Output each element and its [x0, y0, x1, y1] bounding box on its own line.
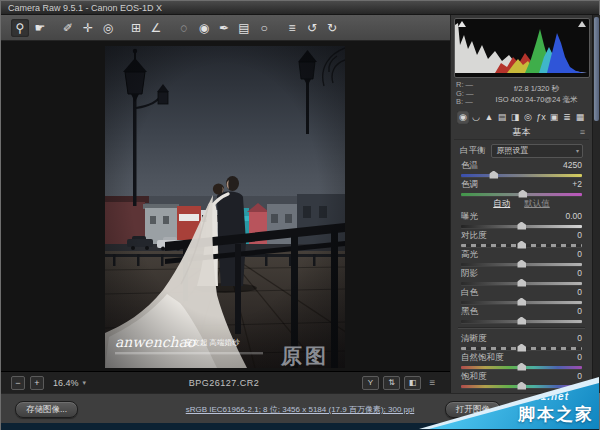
- tab-effects[interactable]: ƒx: [535, 111, 547, 124]
- preview-controls: Y ⇅ ◧ ≡: [362, 376, 440, 390]
- auto-link[interactable]: 自动: [493, 198, 510, 210]
- image-preview-area[interactable]: anwenchao 安文超 高端婚纱 原图: [1, 41, 450, 371]
- slider-label: 色调: [461, 179, 478, 189]
- slider-clarity: 清晰度 0: [454, 333, 589, 352]
- preferences-button[interactable]: ≡: [283, 19, 301, 37]
- tab-split-toning[interactable]: ◨: [509, 111, 521, 124]
- slider-thumb[interactable]: [517, 298, 526, 306]
- slider-label: 阴影: [461, 268, 478, 278]
- slider-temperature: 色温 4250: [454, 160, 589, 179]
- before-after-horizontal-button[interactable]: ◧: [404, 376, 421, 390]
- slider-label: 曝光: [461, 211, 478, 221]
- tab-tone-curve[interactable]: ◡: [470, 111, 482, 124]
- slider-vibrance: 自然饱和度 0: [454, 352, 589, 371]
- zoom-tool[interactable]: ⚲: [11, 19, 29, 37]
- whites-slider[interactable]: [461, 301, 582, 304]
- chevron-down-icon: ▾: [83, 379, 87, 387]
- histogram[interactable]: [454, 18, 590, 78]
- vibrance-slider[interactable]: [461, 366, 582, 369]
- slider-thumb[interactable]: [517, 222, 526, 230]
- exposure-info: f/2.8 1/320 秒: [486, 83, 587, 94]
- white-balance-select[interactable]: 原照设置 ▾: [491, 144, 584, 158]
- contrast-slider[interactable]: [461, 244, 582, 247]
- slider-thumb[interactable]: [517, 260, 526, 268]
- spot-removal-tool[interactable]: ◌: [175, 19, 193, 37]
- shadow-clipping-icon[interactable]: [458, 21, 466, 27]
- saturation-slider[interactable]: [461, 385, 582, 388]
- tab-snapshots[interactable]: ▦: [574, 111, 586, 124]
- radial-filter-tool[interactable]: ○: [255, 19, 273, 37]
- targeted-adjustment-tool[interactable]: ◎: [99, 19, 117, 37]
- rotate-left-button[interactable]: ↺: [303, 19, 321, 37]
- highlight-clipping-icon[interactable]: [578, 21, 586, 27]
- slider-thumb[interactable]: [517, 344, 526, 352]
- slider-thumb[interactable]: [517, 317, 526, 325]
- original-image-label: 原图: [280, 344, 329, 367]
- blacks-slider[interactable]: [461, 320, 582, 323]
- temperature-slider[interactable]: [461, 174, 582, 177]
- site-name: 脚本之家: [518, 403, 594, 426]
- hand-tool[interactable]: ☛: [31, 19, 49, 37]
- zoom-in-button[interactable]: +: [30, 376, 44, 390]
- zoom-level-select[interactable]: 16.4% ▾: [53, 378, 86, 388]
- red-eye-tool[interactable]: ◉: [195, 19, 213, 37]
- slider-label: 高光: [461, 249, 478, 259]
- tint-slider[interactable]: [461, 193, 582, 196]
- save-image-button[interactable]: 存储图像...: [15, 401, 78, 418]
- panel-scrollbar[interactable]: [592, 15, 600, 393]
- panel-tabs: ◉ ◡ ▲ ▤ ◨ ◎ ƒx ▣ ≣ ▦: [454, 111, 589, 124]
- crop-tool[interactable]: ⊞: [127, 19, 145, 37]
- auto-default-links: 自动 默认值: [454, 198, 589, 211]
- iso-lens-info: ISO 400 24-70@24 毫米: [486, 94, 587, 105]
- preview-toggle-button[interactable]: Y: [362, 376, 379, 390]
- scrollbar-thumb[interactable]: [594, 17, 599, 121]
- shadows-slider[interactable]: [461, 282, 582, 285]
- zoom-level-value: 16.4%: [53, 378, 79, 388]
- default-link[interactable]: 默认值: [524, 198, 550, 210]
- slider-value: 0: [577, 249, 582, 259]
- slider-thumb[interactable]: [517, 241, 526, 249]
- slider-thumb[interactable]: [517, 279, 526, 287]
- panel-menu-icon[interactable]: ≡: [580, 126, 585, 139]
- straighten-tool[interactable]: ∠: [147, 19, 165, 37]
- zoom-out-button[interactable]: −: [11, 376, 25, 390]
- exposure-slider[interactable]: [461, 225, 582, 228]
- filename-label: BPG26127.CR2: [91, 378, 357, 388]
- adjustment-brush-tool[interactable]: ✒: [215, 19, 233, 37]
- tab-basic[interactable]: ◉: [457, 111, 469, 124]
- slider-thumb[interactable]: [489, 171, 498, 179]
- slider-thumb[interactable]: [517, 382, 526, 390]
- white-balance-tool[interactable]: ✐: [59, 19, 77, 37]
- clarity-slider[interactable]: [461, 347, 582, 350]
- tab-detail[interactable]: ▲: [483, 111, 495, 124]
- toolbar: ⚲ ☛ ✐ ✛ ◎ ⊞ ∠ ◌ ◉ ✒ ▤ ○ ≡ ↺ ↻: [1, 15, 450, 41]
- before-after-vertical-button[interactable]: ⇅: [383, 376, 400, 390]
- section-header: 基本 ≡: [454, 126, 589, 140]
- slider-value: 0: [577, 352, 582, 362]
- workflow-options-link[interactable]: sRGB IEC61966-2.1; 8 位; 3456 x 5184 (17.…: [186, 404, 415, 415]
- slider-label: 对比度: [461, 230, 487, 240]
- slider-exposure: 曝光 0.00: [454, 211, 589, 230]
- wedding-photo: anwenchao 安文超 高端婚纱 原图: [105, 46, 345, 368]
- tab-hsl-grayscale[interactable]: ▤: [496, 111, 508, 124]
- slider-contrast: 对比度 0: [454, 230, 589, 249]
- white-balance-value: 原照设置: [497, 146, 529, 155]
- color-sampler-tool[interactable]: ✛: [79, 19, 97, 37]
- slider-thumb[interactable]: [517, 363, 526, 371]
- rgb-b-value: B: —: [456, 98, 486, 107]
- graduated-filter-tool[interactable]: ▤: [235, 19, 253, 37]
- section-title: 基本: [513, 127, 531, 137]
- tab-lens-corrections[interactable]: ◎: [522, 111, 534, 124]
- camera-raw-window: Camera Raw 9.5.1 - Canon EOS-1D X ⚲ ☛ ✐ …: [0, 0, 600, 430]
- slider-value: 0: [577, 287, 582, 297]
- slider-value: 4250: [563, 160, 582, 170]
- histogram-plot: [455, 19, 587, 75]
- status-bar: − + 16.4% ▾ BPG26127.CR2 Y ⇅ ◧ ≡: [1, 371, 450, 393]
- preview-menu-icon[interactable]: ≡: [425, 377, 440, 389]
- tab-presets[interactable]: ≣: [561, 111, 573, 124]
- highlights-slider[interactable]: [461, 263, 582, 266]
- title-bar: Camera Raw 9.5.1 - Canon EOS-1D X: [1, 1, 599, 15]
- tab-camera-calibration[interactable]: ▣: [548, 111, 560, 124]
- rotate-right-button[interactable]: ↻: [323, 19, 341, 37]
- slider-thumb[interactable]: [518, 190, 527, 198]
